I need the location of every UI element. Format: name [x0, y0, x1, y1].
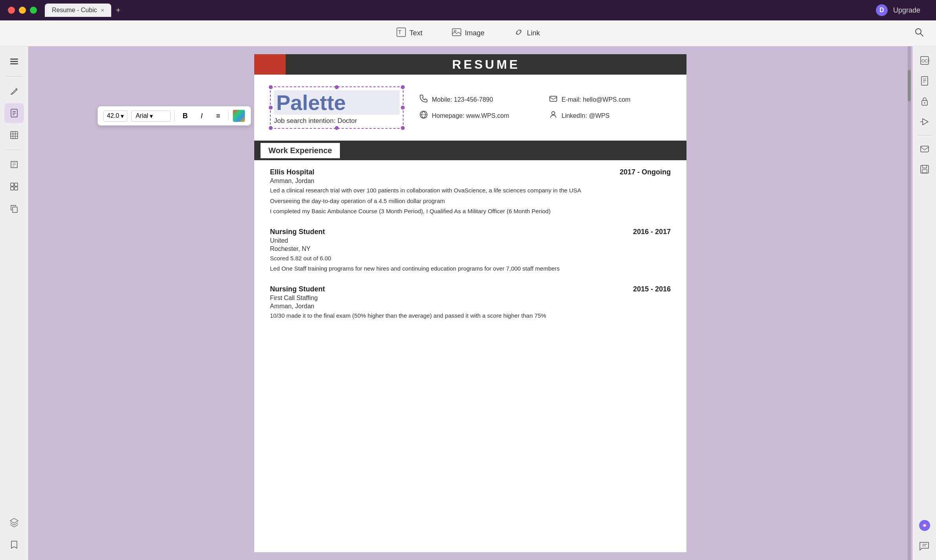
resume-title-bar: RESUME — [254, 54, 686, 75]
right-icon-lock[interactable] — [916, 93, 933, 110]
color-picker-button[interactable] — [233, 110, 245, 122]
sidebar-icon-bookmark[interactable] — [4, 535, 24, 555]
right-icon-share[interactable] — [916, 113, 933, 130]
job-period-2: 2015 - 2016 — [633, 285, 671, 293]
svg-rect-34 — [921, 146, 929, 152]
right-icon-save[interactable] — [916, 161, 933, 178]
job-entry-1: Nursing Student United 2016 - 2017 Roche… — [270, 228, 671, 273]
svg-rect-23 — [550, 96, 557, 101]
active-tab[interactable]: Resume - Cubic × — [45, 4, 111, 17]
titlebar: Resume - Cubic × + D Upgrade — [0, 0, 936, 20]
tab-close-icon[interactable]: × — [101, 7, 104, 13]
right-icon-ai[interactable] — [916, 517, 933, 534]
handle-tr — [401, 85, 405, 89]
text-tool-label: Text — [409, 29, 422, 37]
job-detail-0-1: Overseeing the day-to-day operation of a… — [270, 197, 671, 206]
svg-point-38 — [923, 524, 926, 527]
sidebar-icon-menu[interactable] — [4, 52, 24, 71]
svg-point-25 — [552, 112, 555, 115]
name-section[interactable]: Palette Job search intention: Doctor — [270, 86, 404, 129]
italic-button[interactable]: I — [195, 110, 208, 122]
text-tool-icon: T — [396, 27, 406, 39]
contact-homepage: Homepage: www.WPS.com — [419, 110, 541, 121]
format-divider-1 — [174, 110, 175, 121]
job-detail-0-2: I completed my Basic Ambulance Course (3… — [270, 207, 671, 216]
upgrade-button[interactable]: Upgrade — [893, 6, 920, 15]
contact-mobile: Mobile: 123-456-7890 — [419, 94, 541, 105]
minimize-dot[interactable] — [19, 7, 26, 14]
work-experience-label: Work Experience — [261, 143, 340, 158]
handle-bl — [269, 126, 273, 130]
add-tab-button[interactable]: + — [114, 6, 123, 15]
main-layout: RESUME Palette Job search intention: — [0, 46, 936, 560]
right-icon-page[interactable] — [916, 72, 933, 90]
scroll-thumb[interactable] — [908, 70, 911, 101]
search-icon[interactable] — [914, 27, 924, 40]
job-header-1: Nursing Student United 2016 - 2017 — [270, 228, 671, 244]
sidebar-icon-layout[interactable] — [4, 177, 24, 196]
resume-red-accent — [254, 54, 286, 75]
format-toolbar: 42.0 ▾ Arial ▾ B I ≡ — [97, 106, 251, 126]
job-location-0: Amman, Jordan — [270, 178, 671, 185]
format-divider-2 — [228, 110, 229, 121]
handle-mr — [401, 106, 405, 110]
job-location-2: Amman, Jordan — [270, 303, 671, 310]
close-dot[interactable] — [8, 7, 15, 14]
font-family-selector[interactable]: Arial ▾ — [131, 110, 171, 122]
resume-name[interactable]: Palette — [274, 90, 400, 115]
user-avatar[interactable]: D — [876, 4, 888, 16]
svg-rect-28 — [921, 77, 928, 85]
svg-rect-8 — [10, 63, 18, 64]
image-tool-icon — [451, 27, 462, 39]
job-header-2: Nursing Student First Call Staffing 2015… — [270, 285, 671, 302]
job-location-1: Rochester, NY — [270, 245, 671, 253]
svg-rect-36 — [922, 170, 927, 173]
handle-ml — [269, 106, 273, 110]
link-tool-button[interactable]: Link — [509, 24, 545, 42]
svg-text:OCR: OCR — [921, 59, 930, 63]
scrollbar[interactable] — [908, 46, 911, 560]
right-icon-mail[interactable] — [916, 140, 933, 157]
job-detail-0-0: Led a clinical research trial with over … — [270, 186, 671, 195]
job-period-0: 2017 - Ongoing — [620, 168, 671, 176]
job-period-1: 2016 - 2017 — [633, 228, 671, 236]
sidebar-icon-table[interactable] — [4, 125, 24, 145]
font-family-chevron: ▾ — [150, 112, 153, 120]
svg-rect-6 — [10, 59, 18, 60]
sidebar-icon-document[interactable] — [4, 103, 24, 123]
globe-icon — [419, 110, 428, 121]
right-icon-ocr[interactable]: OCR — [916, 52, 933, 69]
svg-line-5 — [921, 33, 923, 36]
main-toolbar: T Text Image Link — [0, 20, 936, 46]
svg-rect-7 — [10, 61, 18, 62]
link-tool-label: Link — [527, 29, 540, 37]
job-entry-0: Ellis Hospital 2017 - Ongoing Amman, Jor… — [270, 168, 671, 216]
handle-tl — [269, 85, 273, 89]
contact-linkedin: LinkedIn: @WPS — [549, 110, 671, 121]
sidebar-icon-layers[interactable] — [4, 513, 24, 533]
font-size-selector[interactable]: 42.0 ▾ — [103, 110, 127, 122]
svg-rect-13 — [11, 132, 18, 139]
handle-br — [401, 126, 405, 130]
maximize-dot[interactable] — [30, 7, 37, 14]
svg-rect-18 — [11, 183, 14, 186]
list-button[interactable]: ≡ — [212, 110, 224, 122]
job-company-0: Ellis Hospital — [270, 168, 314, 176]
job-intention: Job search intention: Doctor — [274, 117, 400, 125]
svg-rect-20 — [11, 187, 14, 190]
text-tool-button[interactable]: T Text — [391, 24, 427, 42]
image-tool-button[interactable]: Image — [447, 24, 489, 42]
sidebar-icon-notes[interactable] — [4, 155, 24, 174]
sidebar-divider-1 — [6, 76, 22, 77]
svg-text:T: T — [398, 29, 402, 35]
bold-button[interactable]: B — [179, 110, 191, 122]
resume-page: RESUME Palette Job search intention: — [254, 54, 686, 552]
job-sub-company-2: First Call Staffing — [270, 295, 325, 302]
phone-icon — [419, 94, 428, 105]
right-icon-chat[interactable] — [916, 537, 933, 555]
sidebar-icon-copy[interactable] — [4, 199, 24, 218]
document-area: RESUME Palette Job search intention: — [28, 46, 912, 560]
svg-point-33 — [924, 102, 925, 104]
svg-rect-21 — [15, 187, 18, 190]
sidebar-icon-pen[interactable] — [4, 81, 24, 101]
